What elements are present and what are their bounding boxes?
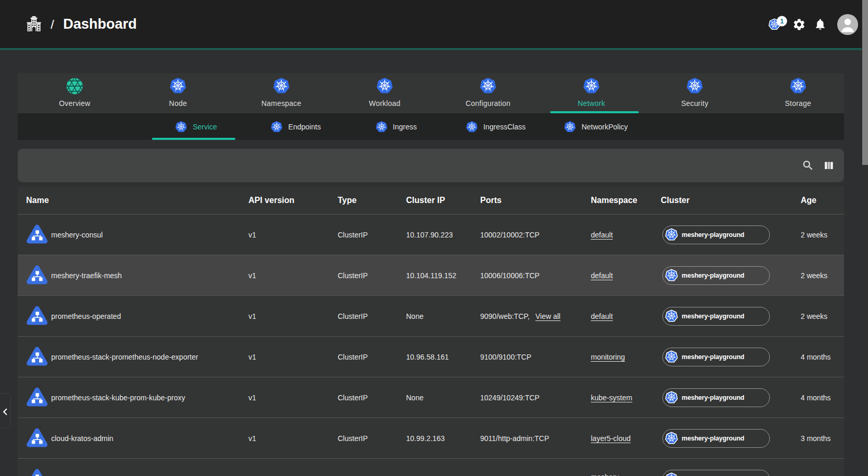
- svg-text:1: 1: [780, 17, 783, 25]
